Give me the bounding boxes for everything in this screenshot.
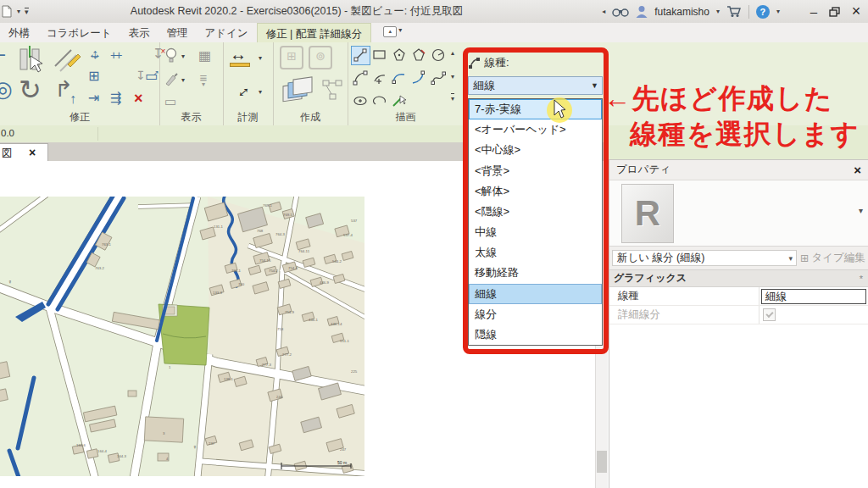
- draw-inscribed-polygon-icon[interactable]: [391, 47, 409, 64]
- type-preview[interactable]: R ▾: [609, 180, 868, 247]
- restore-button[interactable]: [829, 7, 841, 17]
- copy-icon[interactable]: ++: [110, 49, 120, 61]
- draw-circumscribed-polygon-icon[interactable]: [410, 47, 428, 64]
- line-style-combobox[interactable]: 細線 ▼: [468, 76, 603, 95]
- parcel-number-label: 769-1: [263, 203, 273, 208]
- properties-close-icon[interactable]: ×: [854, 163, 861, 177]
- view-tab-close-icon[interactable]: ×: [29, 146, 36, 159]
- duplicate-view-planes-icon[interactable]: [281, 75, 315, 105]
- help-icon[interactable]: ?: [756, 5, 770, 19]
- dropdown-item[interactable]: <背景>: [469, 161, 602, 181]
- linework-brush-icon[interactable]: [164, 73, 178, 86]
- collapse-left-icon[interactable]: ◂: [602, 8, 605, 15]
- help-dropdown-icon[interactable]: ▾: [776, 8, 780, 15]
- tab-collaborate[interactable]: コラボレート: [38, 23, 120, 42]
- dropdown-item[interactable]: <中心線>: [469, 140, 602, 160]
- dropdown-item[interactable]: <解体>: [469, 181, 602, 202]
- array-icon[interactable]: ⊞: [88, 69, 99, 83]
- user-icon[interactable]: [636, 5, 648, 18]
- override-lines-icon[interactable]: ≡▾: [197, 71, 210, 85]
- move-icon[interactable]: ↔↕: [88, 47, 102, 61]
- new-file-dropdown-icon[interactable]: ▾: [17, 8, 20, 15]
- draw-expand-icon[interactable]: ▾: [451, 93, 454, 103]
- signed-in-user[interactable]: futakamisho: [654, 6, 709, 18]
- draw-spline-icon[interactable]: [430, 69, 448, 87]
- view-settings-icon[interactable]: ▦: [198, 49, 211, 63]
- linetype-value-field[interactable]: 細線: [761, 289, 866, 304]
- pick-lines-icon[interactable]: [391, 92, 409, 110]
- dropdown-item[interactable]: 隠線: [469, 324, 602, 345]
- measure-between-dropdown-icon[interactable]: ▾: [259, 88, 262, 96]
- draw-circle-icon[interactable]: [430, 47, 448, 64]
- properties-palette: プロパティ × R ▾ 新しい 線分 (細線) ▾ ⊞ タイプ編集 グラフィック…: [609, 159, 868, 488]
- search-binoculars-icon[interactable]: [612, 6, 629, 18]
- panel-label-view[interactable]: 表示: [159, 110, 223, 125]
- tab-view[interactable]: 表示: [120, 23, 158, 42]
- dropdown-item[interactable]: 細線: [469, 284, 602, 304]
- draw-scroll-up-icon[interactable]: ▴: [451, 49, 454, 57]
- type-preview-dropdown-icon[interactable]: ▾: [859, 206, 863, 215]
- minimize-button[interactable]: –: [805, 4, 822, 19]
- create-group-icon[interactable]: ⊞: [280, 46, 303, 69]
- scale-icon[interactable]: ▭↗: [145, 69, 159, 83]
- pin-icon[interactable]: ↧: [136, 69, 146, 81]
- type-selector-arrow-icon[interactable]: ▾: [788, 254, 796, 263]
- dropdown-item[interactable]: <オーバーヘッド>: [469, 119, 602, 140]
- align-end-icon[interactable]: ⇥: [88, 92, 99, 105]
- tab-modify-place-detail-lines[interactable]: 修正 | 配置 詳細線分: [257, 23, 372, 42]
- view-tab-drafting[interactable]: 図 ×: [0, 143, 48, 162]
- measure-dropdown-icon[interactable]: ▾: [259, 54, 262, 62]
- type-selector[interactable]: 新しい 線分 (細線) ▾: [612, 250, 797, 266]
- dropdown-item[interactable]: 線分: [469, 304, 602, 324]
- join-geometry-icon[interactable]: ⌐: [0, 44, 6, 66]
- create-similar-icon[interactable]: ⊚: [309, 46, 332, 69]
- dropdown-item[interactable]: 太線: [469, 242, 602, 263]
- draw-fillet-arc-icon[interactable]: [410, 69, 428, 87]
- section-graphics[interactable]: グラフィックス: [614, 271, 687, 286]
- panel-label-draw[interactable]: 描画: [348, 110, 464, 125]
- new-file-icon[interactable]: [2, 5, 13, 18]
- draw-rectangle-icon[interactable]: [371, 47, 389, 64]
- tab-manage[interactable]: 管理: [158, 23, 196, 42]
- dropdown-item[interactable]: 移動経路: [469, 263, 602, 283]
- dropdown-item[interactable]: 中線: [469, 222, 602, 242]
- draw-arc-start-end-icon[interactable]: [352, 69, 370, 87]
- dropdown-item[interactable]: 7-赤-実線: [469, 99, 602, 119]
- linework-dropdown-icon[interactable]: ▾: [181, 76, 185, 84]
- panel-label-create[interactable]: 作成: [273, 110, 348, 125]
- draw-partial-ellipse-icon[interactable]: [371, 92, 389, 110]
- match-properties-icon[interactable]: ⇶: [110, 92, 121, 105]
- close-button[interactable]: ×: [848, 3, 865, 20]
- combobox-arrow-icon[interactable]: ▼: [591, 81, 602, 90]
- lightbulb-icon[interactable]: [164, 47, 178, 63]
- offset-icon[interactable]: [53, 47, 81, 73]
- app-store-cart-icon[interactable]: [726, 5, 742, 18]
- draw-ellipse-icon[interactable]: [352, 92, 370, 110]
- tab-exterior[interactable]: 外構: [0, 23, 38, 42]
- panel-label-measure[interactable]: 計測: [223, 110, 273, 125]
- draw-line-icon[interactable]: [352, 47, 370, 64]
- panel-label-modify[interactable]: 修正: [0, 110, 159, 125]
- edit-type-button[interactable]: ⊞ タイプ編集: [800, 251, 865, 265]
- align-icon[interactable]: [15, 46, 46, 75]
- cut-geometry-icon[interactable]: ◎: [0, 78, 13, 100]
- section-collapse-icon[interactable]: *: [860, 274, 863, 284]
- ribbon-display-toggle[interactable]: ▴ ▾: [383, 23, 402, 42]
- visibility-dropdown-icon[interactable]: ▾: [181, 53, 185, 60]
- dropdown-item[interactable]: <隠線>: [469, 202, 602, 222]
- displace-elements-icon[interactable]: ▭: [164, 95, 176, 108]
- rotate-icon[interactable]: ↻: [19, 76, 42, 103]
- draw-tangent-arc-icon[interactable]: [391, 69, 409, 87]
- scrollbar-thumb[interactable]: [597, 451, 607, 473]
- measure-length-icon[interactable]: ↔: [230, 46, 247, 63]
- delete-icon[interactable]: ×: [134, 90, 143, 108]
- detail-line-checkbox[interactable]: [763, 308, 776, 321]
- offset-value[interactable]: 0.0: [1, 128, 14, 138]
- user-dropdown-icon[interactable]: ▾: [716, 8, 720, 15]
- draw-arc-center-ends-icon[interactable]: [371, 69, 389, 87]
- draw-scroll-down-icon[interactable]: ▾: [451, 73, 454, 80]
- measure-between-icon[interactable]: ↔: [230, 78, 253, 102]
- tab-addins[interactable]: アドイン: [196, 23, 256, 42]
- qat-customize-icon[interactable]: ▾: [25, 8, 29, 15]
- component-diagram-icon[interactable]: [322, 80, 344, 102]
